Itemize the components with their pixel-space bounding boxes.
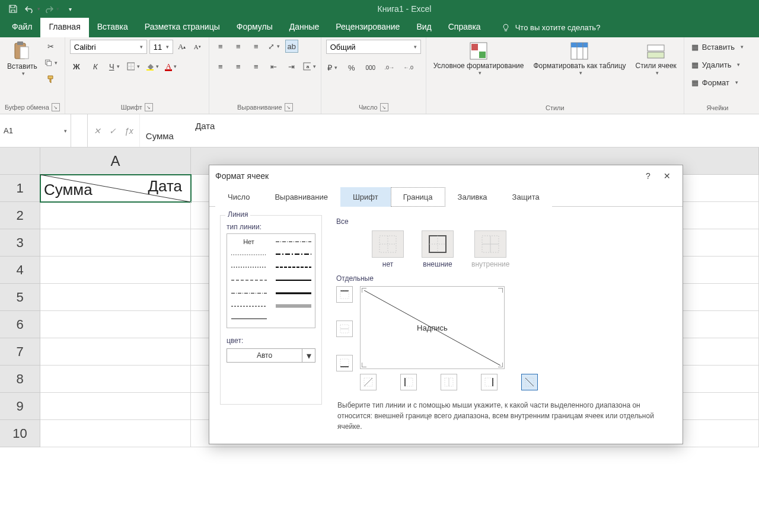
border-diag-down-button[interactable] [521, 374, 538, 390]
row-header[interactable]: 2 [0, 202, 40, 229]
dialog-close-button[interactable]: ✕ [658, 168, 677, 184]
save-icon[interactable] [5, 2, 21, 16]
name-box[interactable]: A1▾ [0, 114, 71, 147]
dlg-tab-alignment[interactable]: Выравнивание [262, 187, 340, 207]
column-header-A[interactable]: A [40, 148, 191, 175]
cell[interactable] [40, 393, 191, 420]
decrease-font-icon[interactable]: A▾ [191, 40, 204, 53]
row-header[interactable]: 4 [0, 257, 40, 284]
dlg-tab-number[interactable]: Число [215, 187, 262, 207]
number-launcher[interactable]: ↘ [380, 103, 388, 111]
line-style-option[interactable] [229, 275, 268, 286]
number-format-combo[interactable]: Общий▾ [326, 40, 421, 54]
chevron-down-icon[interactable]: ▾ [302, 348, 315, 363]
tab-formulas[interactable]: Формулы [228, 18, 281, 37]
line-style-none[interactable]: Нет [229, 236, 268, 247]
delete-cells-button[interactable]: ▦Удалить▾ [689, 57, 743, 72]
preset-none-button[interactable]: нет [372, 230, 404, 268]
row-header[interactable]: 8 [0, 366, 40, 393]
orientation-icon[interactable]: ⤢▾ [267, 40, 280, 53]
align-middle-icon[interactable]: ≡ [232, 40, 245, 53]
clipboard-launcher[interactable]: ↘ [52, 103, 60, 111]
cell[interactable] [40, 284, 191, 311]
enter-formula-icon[interactable]: ✓ [109, 126, 116, 136]
align-launcher[interactable]: ↘ [285, 103, 293, 111]
line-color-combo[interactable]: Авто ▾ [227, 348, 315, 363]
row-header[interactable]: 5 [0, 284, 40, 311]
conditional-format-button[interactable]: Условное форматирование▾ [431, 40, 527, 77]
cell-styles-button[interactable]: Стили ячеек▾ [633, 40, 679, 77]
cancel-formula-icon[interactable]: ✕ [94, 126, 101, 136]
thousands-icon[interactable]: 000 [364, 61, 377, 74]
insert-cells-button[interactable]: ▦Вставить▾ [689, 40, 746, 54]
border-diag-up-button[interactable] [360, 374, 377, 390]
format-painter-icon[interactable] [44, 73, 58, 86]
paste-button[interactable]: Вставить▾ [5, 40, 40, 78]
dialog-help-button[interactable]: ? [639, 168, 658, 184]
border-right-button[interactable] [481, 374, 498, 390]
borders-button[interactable]: ▾ [127, 60, 140, 73]
select-all-corner[interactable] [0, 148, 40, 175]
decrease-indent-icon[interactable]: ⇤ [267, 60, 280, 73]
row-header[interactable]: 7 [0, 338, 40, 366]
align-right-icon[interactable]: ≡ [250, 60, 263, 73]
increase-font-icon[interactable]: A▴ [176, 40, 189, 53]
tab-view[interactable]: Вид [408, 18, 439, 37]
border-top-button[interactable] [336, 286, 353, 303]
border-middle-v-button[interactable] [441, 374, 457, 390]
line-style-picker[interactable]: Нет [227, 233, 315, 328]
cell[interactable] [40, 229, 191, 257]
row-header[interactable]: 10 [0, 420, 40, 447]
dlg-tab-fill[interactable]: Заливка [445, 187, 500, 207]
align-left-icon[interactable]: ≡ [214, 60, 227, 73]
fx-icon[interactable]: ƒx [125, 126, 133, 136]
row-header[interactable]: 6 [0, 311, 40, 338]
font-name-combo[interactable]: Calibri▾ [70, 40, 147, 54]
line-style-option[interactable] [274, 262, 312, 273]
dlg-tab-font[interactable]: Шрифт [340, 187, 391, 207]
tab-pagelayout[interactable]: Разметка страницы [136, 18, 228, 37]
wrap-text-icon[interactable]: ab [285, 40, 298, 53]
align-center-icon[interactable]: ≡ [232, 60, 245, 73]
undo-icon[interactable]: ▾ [24, 2, 40, 16]
increase-decimal-icon[interactable]: .0→ [383, 61, 396, 74]
cell[interactable] [40, 420, 191, 447]
tell-me-search[interactable]: Что вы хотите сделать? [501, 18, 601, 37]
line-style-option[interactable] [229, 301, 268, 312]
italic-button[interactable]: К [89, 60, 102, 73]
bold-button[interactable]: Ж [70, 60, 83, 73]
merge-center-icon[interactable]: a▾ [303, 60, 316, 73]
increase-indent-icon[interactable]: ⇥ [285, 60, 298, 73]
tab-home[interactable]: Главная [40, 18, 88, 37]
cell-A1[interactable]: Дата Сумма [40, 175, 191, 202]
line-style-option[interactable] [229, 262, 268, 273]
dlg-tab-protection[interactable]: Защита [500, 187, 552, 207]
cell[interactable] [40, 311, 191, 338]
tab-review[interactable]: Рецензирование [327, 18, 408, 37]
tab-file[interactable]: Файл [4, 18, 40, 37]
format-as-table-button[interactable]: Форматировать как таблицу▾ [531, 40, 628, 77]
row-header-1[interactable]: 1 [0, 175, 40, 202]
border-left-button[interactable] [400, 374, 417, 390]
line-style-option[interactable] [229, 313, 268, 324]
line-style-option[interactable] [274, 275, 312, 286]
line-style-option[interactable] [274, 288, 312, 299]
preset-outline-button[interactable]: внешние [422, 230, 454, 268]
decrease-decimal-icon[interactable]: ←.0 [402, 61, 415, 74]
qat-customize-icon[interactable]: ▾ [62, 2, 78, 16]
line-style-option[interactable] [229, 249, 268, 260]
dlg-tab-border[interactable]: Граница [391, 187, 445, 207]
fill-color-button[interactable]: ▾ [146, 60, 159, 73]
line-style-option[interactable] [229, 288, 268, 299]
font-launcher[interactable]: ↘ [145, 103, 153, 111]
border-preview[interactable]: Надпись [360, 286, 505, 369]
row-header[interactable]: 3 [0, 229, 40, 257]
row-header[interactable]: 9 [0, 393, 40, 420]
cell[interactable] [40, 366, 191, 393]
currency-icon[interactable]: ₽▾ [326, 61, 339, 74]
border-bottom-button[interactable] [336, 355, 353, 371]
cell[interactable] [40, 257, 191, 284]
border-middle-h-button[interactable] [336, 321, 353, 337]
tab-data[interactable]: Данные [281, 18, 328, 37]
format-cells-button[interactable]: ▦Формат▾ [689, 75, 741, 89]
